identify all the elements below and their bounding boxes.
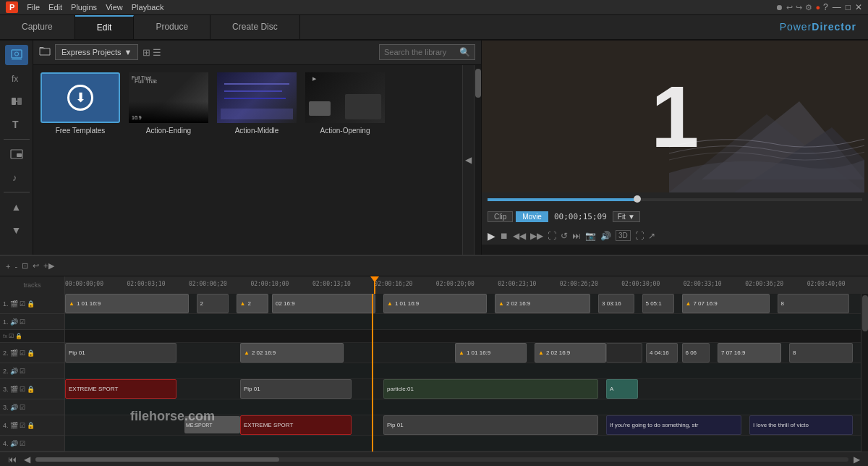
track-lock-3[interactable]: 🔒 [27,386,35,393]
search-input[interactable] [384,48,456,56]
menu-plugins[interactable]: Plugins [71,3,97,12]
prev-frame-btn[interactable]: ◀◀ [513,231,526,241]
list-view-icon[interactable]: ☰ [153,47,161,58]
preview-slider[interactable] [488,198,862,201]
close-icon[interactable]: ✕ [855,2,862,12]
clip-1-9[interactable]: ▲7 07 16:9 [682,294,770,313]
help-icon[interactable]: ? [823,2,828,12]
media-scrollbar[interactable] [474,65,481,255]
next-frame-btn[interactable]: ▶▶ [530,231,543,241]
play-btn[interactable]: ▶ [488,230,495,242]
settings-icon[interactable]: ⚙ [805,3,812,12]
record-red-icon[interactable]: ● [815,3,820,12]
track-lock-2[interactable]: 🔒 [27,350,35,357]
clip-btn[interactable]: Clip [488,211,513,222]
clip-1-6[interactable]: ▲2 02 16:9 [495,294,590,313]
fx-lock[interactable]: 🔒 [15,333,22,339]
sidebar-media-icon[interactable] [5,45,28,65]
menu-file[interactable]: File [27,3,40,12]
sidebar-collapse-down[interactable]: ▼ [5,220,28,240]
menu-playback[interactable]: Playback [132,3,164,12]
redo-icon[interactable]: ↪ [796,3,802,12]
stop-btn[interactable]: ⏹ [500,231,509,241]
tab-create-disc[interactable]: Create Disc [210,15,300,39]
track-check-3[interactable]: ☑ [20,386,25,393]
search-box[interactable]: 🔍 [379,44,475,60]
movie-btn[interactable]: Movie [516,211,548,222]
3d-btn[interactable]: 3D [616,230,631,241]
tab-capture[interactable]: Capture [0,15,75,39]
sidebar-transition-icon[interactable] [5,91,28,111]
undo-icon[interactable]: ↩ [786,3,793,12]
screenshot-btn[interactable]: 📷 [585,231,596,241]
clip-2-6[interactable]: 4 04:16 [646,343,678,363]
clip-4-3[interactable]: If you're going to do something, str [606,415,741,435]
snap-btn[interactable]: ⛶ [548,231,556,241]
external-btn[interactable]: ↗ [648,231,655,241]
sidebar-audio-icon[interactable]: ♪ [5,167,28,187]
tab-produce[interactable]: Produce [134,15,210,39]
clip-3-1[interactable]: EXTREME SPORT [65,379,176,399]
fit-dropdown[interactable]: Fit ▼ [613,211,640,222]
clip-4-2[interactable]: Pip 01 [383,415,598,435]
clip-1-1[interactable]: ▲1 01 16:9 [65,294,189,313]
tab-edit[interactable]: Edit [75,15,135,39]
clip-4-4[interactable]: I love the thrill of victo [749,415,853,435]
clip-3-3[interactable]: particle:01 [383,379,598,399]
minimize-icon[interactable]: — [833,2,841,12]
clip-1-2[interactable]: 2 [197,294,229,313]
track-lock-1[interactable]: 🔒 [27,300,35,308]
timeline-add-track[interactable]: +▶ [43,261,54,271]
clip-3-2[interactable]: Pip 01 [240,379,352,399]
media-folder-icon[interactable] [39,46,51,59]
clip-2-5[interactable] [606,343,642,363]
timeline-zoom-out[interactable]: - [14,262,17,271]
timeline-scrollbar[interactable] [861,294,868,452]
clip-4-0[interactable]: ME:SPORT [184,416,240,433]
media-item-action-opening[interactable]: ▶ Action-Opening [305,72,385,247]
clip-2-9[interactable]: 8 [789,343,853,363]
timeline-undo[interactable]: ↩ [33,261,39,271]
clip-1-8[interactable]: 5 05:1 [642,294,674,313]
track-check-4[interactable]: ☑ [20,422,25,429]
track-check-2a[interactable]: ☑ [20,368,25,375]
clip-2-4[interactable]: ▲2 02 16:9 [535,343,606,363]
clip-1-5[interactable]: ▲1 01 16:9 [383,294,487,313]
sidebar-titles-icon[interactable]: T [5,114,28,135]
volume-btn[interactable]: 🔊 [600,231,611,241]
timeline-zoom-in[interactable]: + [6,262,10,271]
menu-view[interactable]: View [106,3,123,12]
record-icon[interactable]: ⏺ [775,3,783,12]
track-check-1[interactable]: ☑ [20,300,25,308]
clip-2-1[interactable]: Pip 01 [65,343,176,363]
slider-thumb[interactable] [634,195,641,203]
track-lock-4[interactable]: 🔒 [27,422,35,429]
media-item-free-templates[interactable]: ⬇ Free Templates [41,72,120,247]
clip-3-4[interactable]: A [606,379,638,399]
sidebar-fx-icon[interactable]: fx [5,68,28,88]
sidebar-collapse-up[interactable]: ▲ [5,197,28,217]
clip-1-4[interactable]: 02 16:9 [272,294,375,313]
panel-collapse-btn[interactable]: ◀ [462,65,474,255]
track-check-3a[interactable]: ☑ [20,404,25,411]
clip-1-7[interactable]: 3 03:16 [598,294,634,313]
fast-fwd-btn[interactable]: ⏭ [572,231,581,241]
preview-slider-container[interactable] [482,192,868,207]
loop-btn[interactable]: ↺ [561,231,568,241]
clip-2-3[interactable]: ▲1 01 16:9 [455,343,527,363]
fx-check[interactable]: ☑ [9,333,14,339]
timeline-fit-icon[interactable]: ⊡ [22,261,28,271]
media-item-action-middle[interactable]: Action-Middle [217,72,297,247]
clip-2-2[interactable]: ▲2 02 16:9 [240,343,344,363]
tl-scroll-right[interactable]: ▶ [851,454,862,465]
track-check-2[interactable]: ☑ [20,350,25,357]
tl-scroll-left[interactable]: ◀ [22,454,33,465]
menu-edit[interactable]: Edit [48,3,62,12]
grid-view-icon[interactable]: ⊞ [142,47,150,58]
fullscreen-btn[interactable]: ⛶ [635,231,644,241]
express-projects-dropdown[interactable]: Express Projects ▼ [55,44,138,60]
media-item-action-ending[interactable]: Full That... 16:9 Action-Ending [129,72,208,247]
sidebar-pip-icon[interactable] [5,144,28,164]
timeline-scroll-track[interactable] [35,457,848,462]
tl-back-start[interactable]: ⏮ [6,454,19,465]
